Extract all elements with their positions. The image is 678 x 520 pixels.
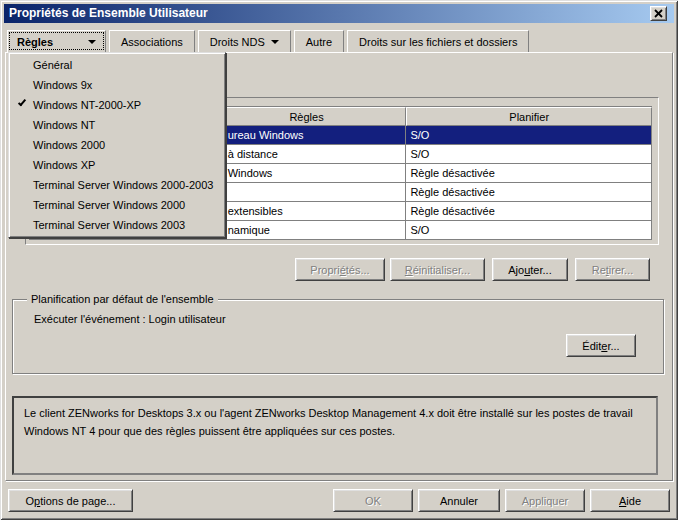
properties-button[interactable]: Propriétés...: [295, 258, 385, 281]
tab-autre-label: Autre: [306, 36, 332, 48]
ok-button[interactable]: OK: [333, 489, 413, 512]
menu-item-windows-9x[interactable]: Windows 9x: [9, 75, 225, 95]
menu-item-windows-nt[interactable]: Windows NT: [9, 115, 225, 135]
chevron-down-icon: [271, 40, 279, 44]
column-header-planifier[interactable]: Planifier: [406, 107, 652, 126]
apply-button[interactable]: Appliquer: [505, 489, 585, 512]
menu-item-ts-windows-2000[interactable]: Terminal Server Windows 2000: [9, 195, 225, 215]
column-header-regles[interactable]: Règles: [207, 107, 407, 126]
tab-associations-label: Associations: [121, 36, 183, 48]
tab-regles[interactable]: Règles: [7, 30, 106, 52]
notice-text: Le client ZENworks for Desktops 3.x ou l…: [24, 407, 633, 437]
tab-strip: Règles Associations Droits NDS Autre Dro…: [7, 30, 532, 52]
schedule-event-text: Exécuter l'événement : Login utilisateur: [34, 313, 226, 325]
tab-droits-nds[interactable]: Droits NDS: [198, 30, 291, 52]
tab-droits-fichiers[interactable]: Droits sur les fichiers et dossiers: [347, 30, 529, 52]
notice-box: Le client ZENworks for Desktops 3.x ou l…: [12, 396, 658, 475]
menu-item-ts-windows-2003[interactable]: Terminal Server Windows 2003: [9, 215, 225, 235]
reset-button[interactable]: Réinitialiser...: [390, 258, 485, 281]
check-icon: [18, 98, 26, 107]
tab-droits-nds-label: Droits NDS: [210, 36, 265, 48]
edit-button[interactable]: Éditer...: [566, 334, 636, 357]
tab-autre[interactable]: Autre: [294, 30, 344, 52]
close-button[interactable]: [650, 6, 667, 21]
chevron-down-icon: [88, 40, 96, 44]
menu-item-windows-xp[interactable]: Windows XP: [9, 155, 225, 175]
schedule-groupbox: Planification par défaut de l'ensemble E…: [12, 299, 664, 374]
menu-item-windows-2000[interactable]: Windows 2000: [9, 135, 225, 155]
properties-dialog: Propriétés de Ensemble Utilisateur Règle…: [0, 0, 678, 520]
tab-droits-fichiers-label: Droits sur les fichiers et dossiers: [359, 36, 517, 48]
menu-item-ts-windows-2000-2003[interactable]: Terminal Server Windows 2000-2003: [9, 175, 225, 195]
help-button[interactable]: Aide: [590, 489, 670, 512]
close-icon: [654, 9, 663, 18]
title-bar: Propriétés de Ensemble Utilisateur: [4, 4, 674, 23]
platform-dropdown-menu: Général Windows 9x Windows NT-2000-XP Wi…: [8, 52, 226, 238]
page-title: Propriétés de Ensemble Utilisateur: [9, 6, 208, 20]
schedule-groupbox-legend: Planification par défaut de l'ensemble: [27, 293, 218, 306]
cancel-button[interactable]: Annuler: [418, 489, 500, 512]
tab-associations[interactable]: Associations: [109, 30, 195, 52]
remove-button[interactable]: Retirer...: [575, 258, 650, 281]
add-button[interactable]: Ajouter...: [492, 258, 568, 281]
tab-regles-label: Règles: [17, 36, 53, 48]
page-options-button[interactable]: Options de page...: [8, 489, 133, 512]
menu-item-windows-nt-2000-xp[interactable]: Windows NT-2000-XP: [9, 95, 225, 115]
menu-item-general[interactable]: Général: [9, 55, 225, 75]
